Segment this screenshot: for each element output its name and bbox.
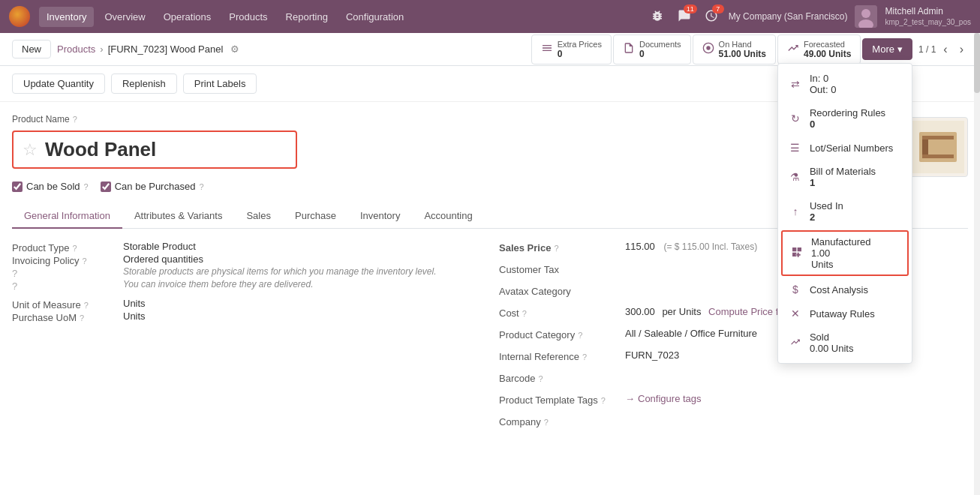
scrollbar[interactable]: [974, 33, 980, 495]
manufactured-label: Manufactured: [811, 236, 900, 248]
svg-point-4: [706, 46, 710, 50]
nav-reporting[interactable]: Reporting: [278, 7, 335, 27]
nav-overview[interactable]: Overview: [97, 7, 152, 27]
can-be-sold-checkbox[interactable]: [12, 182, 23, 192]
barcode-help[interactable]: ?: [538, 374, 543, 383]
lot-icon: ☰: [789, 142, 802, 154]
company-help[interactable]: ?: [544, 418, 549, 427]
putaway-rules-dropdown-item[interactable]: ✕ Putaway Rules: [778, 302, 912, 326]
avatax-label: Avatax Category: [499, 284, 619, 297]
purchase-uom-help[interactable]: ?: [80, 314, 84, 322]
on-hand-value: 51.00 Units: [719, 49, 766, 59]
product-tags-label: Product Template Tags ?: [499, 393, 619, 406]
barcode-row: Barcode ?: [499, 371, 968, 384]
used-in-icon: ↑: [789, 206, 802, 218]
bug-icon[interactable]: [648, 6, 667, 28]
company-info: My Company (San Francisco): [729, 11, 848, 22]
pagination-prev[interactable]: ‹: [939, 41, 951, 58]
manufactured-unit: Units: [811, 259, 900, 270]
can-be-purchased-checkbox[interactable]: [101, 182, 111, 192]
product-tags-help[interactable]: ?: [601, 396, 606, 405]
chat-icon[interactable]: 11: [675, 6, 694, 28]
forecast-icon: [787, 42, 799, 56]
forecasted-button[interactable]: Forecasted 49.00 Units: [777, 34, 861, 64]
internal-ref-help[interactable]: ?: [582, 352, 587, 362]
nav-operations[interactable]: Operations: [156, 7, 219, 27]
product-category-label: Product Category ?: [499, 328, 619, 340]
tab-accounting[interactable]: Accounting: [412, 204, 484, 229]
configure-tags-link[interactable]: → Configure tags: [625, 393, 968, 404]
company-name: My Company (San Francisco): [729, 11, 848, 22]
smart-buttons-container: Extra Prices 0 Documents 0 On Hand: [531, 34, 912, 64]
purchase-uom-label: Purchase UoM ?: [12, 310, 117, 323]
settings-gear-icon[interactable]: ⚙: [230, 44, 239, 55]
tab-attributes-variants[interactable]: Attributes & Variants: [122, 204, 235, 229]
cost-help[interactable]: ?: [522, 309, 527, 318]
tab-sales[interactable]: Sales: [234, 204, 283, 229]
uom-label: Unit of Measure ?: [12, 298, 117, 310]
product-name-value: Wood Panel: [45, 138, 156, 161]
replenish-button[interactable]: Replenish: [111, 74, 177, 94]
manufactured-dropdown-item[interactable]: Manufactured 1.00 Units: [781, 230, 909, 276]
product-category-help[interactable]: ?: [578, 331, 582, 340]
svg-point-1: [861, 9, 870, 18]
reorder-count: 0: [810, 118, 901, 130]
out-count: Out: 0: [810, 84, 901, 95]
reordering-rules-dropdown-item[interactable]: ↻ Reordering Rules 0: [778, 101, 912, 136]
lot-serial-dropdown-item[interactable]: ☰ Lot/Serial Numbers: [778, 136, 912, 160]
scrollbar-thumb[interactable]: [974, 33, 980, 93]
product-type-help[interactable]: ?: [72, 244, 77, 253]
on-hand-button[interactable]: On Hand 51.00 Units: [693, 34, 776, 64]
app-logo[interactable]: [9, 6, 30, 27]
favorite-star-icon[interactable]: ☆: [23, 140, 38, 160]
product-type-row: Product Type ? Storable Product: [12, 241, 481, 254]
nav-products[interactable]: Products: [221, 7, 275, 27]
uom-help[interactable]: ?: [84, 301, 89, 310]
cost-analysis-dropdown-item[interactable]: $ Cost Analysis: [778, 278, 912, 302]
chat-badge: 11: [684, 4, 697, 14]
user-name: Mitchell Admin: [885, 6, 971, 18]
user-avatar[interactable]: [855, 5, 877, 28]
desc-help-1[interactable]: ?: [12, 266, 117, 279]
tab-purchase[interactable]: Purchase: [283, 204, 348, 229]
clock-icon[interactable]: 7: [702, 6, 721, 28]
used-in-dropdown-item[interactable]: ↑ Used In 2: [778, 194, 912, 229]
extra-prices-button[interactable]: Extra Prices 0: [531, 34, 612, 64]
transfers-dropdown-item[interactable]: ⇄ In: 0 Out: 0: [778, 67, 912, 101]
product-tags-value: → Configure tags: [625, 393, 968, 404]
putaway-icon: ✕: [789, 308, 802, 320]
bom-dropdown-item[interactable]: ⚗ Bill of Materials 1: [778, 160, 912, 194]
tab-inventory[interactable]: Inventory: [348, 204, 412, 229]
new-button[interactable]: New: [12, 40, 51, 58]
product-image[interactable]: [908, 117, 968, 177]
uom-row: Unit of Measure ? Units: [12, 298, 481, 310]
nav-configuration[interactable]: Configuration: [338, 7, 411, 27]
desc-help-2[interactable]: ?: [12, 279, 117, 292]
breadcrumb-parent[interactable]: Products: [57, 44, 95, 55]
tab-general-information[interactable]: General Information: [12, 204, 122, 229]
can-be-sold-help[interactable]: ?: [84, 182, 89, 191]
product-type-value: Storable Product: [123, 241, 481, 252]
print-labels-button[interactable]: Print Labels: [183, 74, 257, 94]
can-be-sold-label: Can be Sold: [26, 181, 80, 192]
user-info: Mitchell Admin kmp_2_test_may_30_pos: [885, 6, 971, 28]
purchase-uom-row: Purchase UoM ? Units: [12, 310, 481, 323]
internal-ref-label: Internal Reference ?: [499, 350, 619, 362]
sales-price-help[interactable]: ?: [554, 244, 558, 253]
documents-button[interactable]: Documents 0: [613, 34, 691, 64]
can-be-purchased-help[interactable]: ?: [199, 182, 203, 191]
product-name-box[interactable]: ☆ Wood Panel: [12, 130, 297, 169]
in-count: In: 0: [810, 73, 901, 84]
pagination-next[interactable]: ›: [955, 41, 968, 58]
sold-dropdown-item[interactable]: Sold 0.00 Units: [778, 326, 912, 360]
user-sub: kmp_2_test_may_30_pos: [885, 17, 971, 27]
more-button[interactable]: More ▾: [862, 38, 912, 60]
product-tags-row: Product Template Tags ? → Configure tags: [499, 393, 968, 406]
invoicing-policy-help[interactable]: ?: [83, 256, 87, 266]
product-name-help[interactable]: ?: [73, 115, 77, 124]
nav-inventory[interactable]: Inventory: [39, 7, 94, 27]
left-column: Product Type ? Storable Product Invoicin…: [12, 241, 481, 436]
update-quantity-button[interactable]: Update Quantity: [12, 74, 105, 94]
company-row: Company ?: [499, 415, 968, 428]
on-hand-label: On Hand: [719, 40, 766, 49]
